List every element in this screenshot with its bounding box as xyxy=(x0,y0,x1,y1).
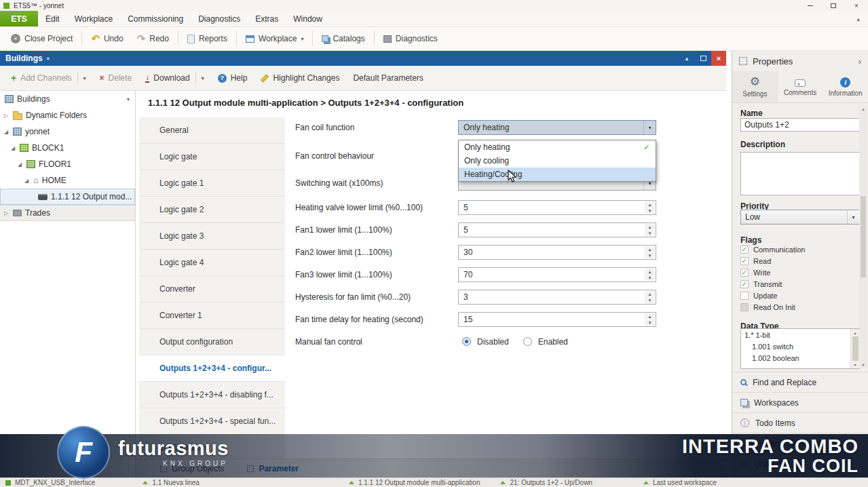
spinner-arrows[interactable]: ▴▾ xyxy=(645,201,655,214)
chevron-down-icon[interactable]: ▾ xyxy=(127,96,130,102)
properties-scrollbar[interactable]: ▴ ▾ xyxy=(859,105,867,368)
spinner-arrows[interactable]: ▴▾ xyxy=(645,313,655,326)
chevron-right-icon[interactable]: › xyxy=(858,56,861,66)
panel-close-button[interactable]: × xyxy=(711,51,726,66)
tab-outputs-1234-special[interactable]: Outputs 1+2+3+4 - special fun... xyxy=(139,408,285,435)
spinner-arrows[interactable]: ▴▾ xyxy=(645,246,655,258)
spinner-arrows[interactable]: ▴▾ xyxy=(645,224,655,236)
tree-item-dynamic-folders[interactable]: ▷ Dynamic Folders xyxy=(0,107,135,123)
tab-information[interactable]: i Information xyxy=(823,71,868,102)
chevron-down-icon[interactable]: ▾ xyxy=(83,75,86,81)
delete-button[interactable]: × Delete xyxy=(94,70,138,86)
workplace-button[interactable]: Workplace ▾ xyxy=(239,31,310,47)
chevron-down-icon[interactable]: ▾ xyxy=(202,75,204,81)
tab-outputs-1234-configuration[interactable]: Outputs 1+2+3+4 - configur... xyxy=(139,355,285,382)
panel-collapse-button[interactable]: ▴ xyxy=(679,51,695,66)
tab-logic-gate-4[interactable]: Logic gate 4 xyxy=(139,250,285,276)
fan3-lower-limit-input[interactable]: 70 ▴▾ xyxy=(458,267,656,282)
tree-section-trades[interactable]: ▷ Trades xyxy=(0,205,135,221)
ribbon-collapse-button[interactable]: ▴ xyxy=(848,11,868,26)
checkbox-write[interactable]: ✓ xyxy=(740,269,749,277)
name-input[interactable] xyxy=(740,118,860,132)
fan-coil-function-select[interactable]: Only heating ▾ xyxy=(458,120,656,135)
add-channels-button[interactable]: + Add Channels ▾ xyxy=(5,69,92,87)
tree-item-device-1-1-1[interactable]: 1.1.1 12 Output mod... xyxy=(0,189,135,205)
tree-item-block1[interactable]: ◢ BLOCK1 xyxy=(0,140,135,156)
chevron-down-icon[interactable]: ▾ xyxy=(47,56,50,62)
find-and-replace-item[interactable]: Find and Replace xyxy=(732,372,868,392)
tab-output-configuration[interactable]: Output configuration xyxy=(139,329,285,355)
maximize-button[interactable] xyxy=(822,0,845,11)
spinner-arrows[interactable]: ▴▾ xyxy=(645,269,655,281)
tab-converter-1[interactable]: Converter 1 xyxy=(139,303,285,329)
status-device[interactable]: 1.1.1 12 Output module multi-application xyxy=(358,479,480,486)
data-type-list[interactable]: 1.* 1-bit 1.001 switch 1.002 boolean ▴ ▾ xyxy=(740,328,860,369)
menu-window[interactable]: Window xyxy=(286,11,330,26)
hysteresis-input[interactable]: 3 ▴▾ xyxy=(458,290,656,305)
default-parameters-button[interactable]: Default Parameters xyxy=(347,70,428,86)
scroll-thumb[interactable] xyxy=(861,196,866,277)
option-only-heating[interactable]: Only heating ✓ xyxy=(459,140,656,154)
tab-comments[interactable]: Comments xyxy=(778,71,823,102)
tree-collapsed-icon[interactable]: ▷ xyxy=(3,113,10,119)
option-only-cooling[interactable]: Only cooling xyxy=(459,154,656,168)
tree-section-buildings[interactable]: Buildings ▾ xyxy=(0,91,135,107)
todo-items-item[interactable]: ! Todo Items xyxy=(732,412,868,433)
tree-expanded-icon[interactable]: ◢ xyxy=(23,178,30,184)
tree-item-floor1[interactable]: ◢ FLOOR1 xyxy=(0,156,135,172)
tab-logic-gate-2[interactable]: Logic gate 2 xyxy=(139,197,285,223)
tab-logic-gate[interactable]: Logic gate xyxy=(139,144,285,170)
heating-valve-lower-limit-input[interactable]: 5 ▴▾ xyxy=(458,200,656,215)
tab-converter[interactable]: Converter xyxy=(139,276,285,303)
option-heating-cooling[interactable]: Heating/Cooling xyxy=(459,168,656,181)
tree-expanded-icon[interactable]: ◢ xyxy=(10,145,16,151)
description-textarea[interactable] xyxy=(740,152,860,195)
menu-edit[interactable]: Edit xyxy=(38,11,67,26)
reports-button[interactable]: Reports xyxy=(181,31,234,47)
close-project-button[interactable]: × Close Project xyxy=(4,31,79,47)
checkbox-update[interactable] xyxy=(740,292,749,300)
close-button[interactable]: × xyxy=(845,0,868,11)
spinner-arrows[interactable]: ▴▾ xyxy=(645,291,655,303)
list-item[interactable]: 1.001 switch xyxy=(741,340,859,352)
tree-item-yonnet[interactable]: ◢ yonnet xyxy=(0,123,135,140)
panel-title[interactable]: Buildings xyxy=(5,54,43,63)
status-line[interactable]: 1.1 Nueva linea xyxy=(152,479,200,486)
workspaces-item[interactable]: Workspaces xyxy=(732,392,868,412)
tree-item-home[interactable]: ◢ ⌂ HOME xyxy=(0,172,135,189)
tab-logic-gate-3[interactable]: Logic gate 3 xyxy=(139,223,285,250)
scroll-thumb[interactable] xyxy=(852,336,858,361)
data-type-scrollbar[interactable]: ▴ ▾ xyxy=(850,329,859,368)
checkbox-transmit[interactable]: ✓ xyxy=(740,280,749,288)
help-button[interactable]: ? Help xyxy=(212,70,253,86)
menu-workplace[interactable]: Workplace xyxy=(67,11,120,26)
download-button[interactable]: ↓ Download ▾ xyxy=(140,69,209,87)
panel-maximize-button[interactable] xyxy=(695,51,711,66)
tab-outputs-1234-disabling[interactable]: Outputs 1+2+3+4 - disabling f... xyxy=(139,382,285,408)
menu-commissioning[interactable]: Commissioning xyxy=(120,11,191,26)
menu-diagnostics[interactable]: Diagnostics xyxy=(191,11,248,26)
status-interface[interactable]: MDT_KNX_USB_Interface xyxy=(15,479,95,486)
tree-collapsed-icon[interactable]: ▷ xyxy=(3,210,10,216)
undo-button[interactable]: ↶ Undo xyxy=(84,29,130,48)
priority-select[interactable]: Low ▾ xyxy=(740,210,860,225)
status-object[interactable]: 21: Outputs 1+2 - Up/Down xyxy=(510,479,592,486)
list-item[interactable]: 1.002 boolean xyxy=(741,352,859,364)
fan-time-delay-input[interactable]: 15 ▴▾ xyxy=(458,312,656,327)
tree-expanded-icon[interactable]: ◢ xyxy=(3,129,10,135)
tree-expanded-icon[interactable]: ◢ xyxy=(16,161,23,168)
tab-settings[interactable]: ⚙ Settings xyxy=(732,71,778,102)
radio-enabled[interactable] xyxy=(523,337,532,346)
fan2-lower-limit-input[interactable]: 30 ▴▾ xyxy=(458,245,656,260)
status-workspace[interactable]: Last used workspace xyxy=(653,479,717,486)
diagnostics-button[interactable]: Diagnostics xyxy=(377,31,445,47)
minimize-button[interactable] xyxy=(799,0,822,11)
list-item[interactable]: 1.* 1-bit xyxy=(741,329,859,340)
redo-button[interactable]: ↷ Redo xyxy=(130,29,176,48)
ets-menu-button[interactable]: ETS xyxy=(0,11,38,26)
radio-disabled[interactable] xyxy=(462,337,471,346)
checkbox-read[interactable]: ✓ xyxy=(740,257,749,265)
tab-general[interactable]: General xyxy=(139,117,285,144)
highlight-changes-button[interactable]: Highlight Changes xyxy=(255,70,345,86)
checkbox-communication[interactable]: ✓ xyxy=(740,246,749,254)
